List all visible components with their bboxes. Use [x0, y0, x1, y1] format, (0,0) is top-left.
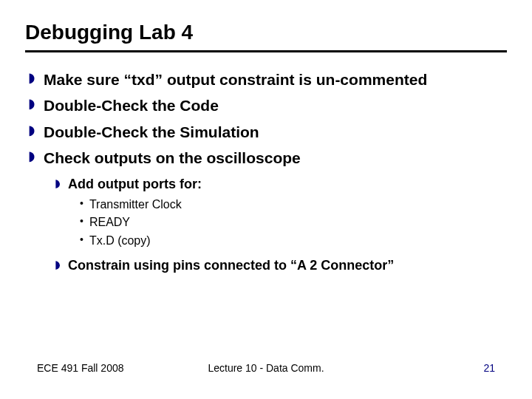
sub-text: Constrain using pins connected to “A 2 C…	[68, 256, 394, 275]
sub-text: Add output ports for:	[68, 175, 202, 194]
footer-left: ECE 491 Fall 2008	[37, 362, 124, 374]
subsub-text: Tx.D (copy)	[89, 233, 151, 249]
sub-bullet-list: ◗ Add output ports for:	[55, 175, 507, 194]
arrow-icon: ◗	[28, 69, 35, 87]
sub-bullet-list: ◗ Constrain using pins connected to “A 2…	[55, 256, 507, 275]
arrow-icon: ◗	[55, 256, 61, 272]
arrow-icon: ◗	[28, 95, 35, 113]
dot-icon: •	[80, 233, 83, 248]
subsub-text: READY	[89, 214, 130, 231]
arrow-icon: ◗	[28, 121, 35, 140]
list-item: ◗ Make sure “txd” output constraint is u…	[28, 69, 507, 90]
dot-icon: •	[80, 197, 83, 211]
bullet-text: Make sure “txd” output constraint is un-…	[44, 69, 427, 90]
list-item: ◗ Check outputs on the oscilloscope	[28, 147, 507, 168]
subsub-bullet-list: • Transmitter Clock • READY • Tx.D (copy…	[80, 197, 507, 249]
bullet-text: Double-Check the Simulation	[44, 121, 259, 143]
list-item: • Transmitter Clock	[80, 197, 507, 213]
list-item: • Tx.D (copy)	[80, 233, 507, 249]
bullet-text: Double-Check the Code	[44, 95, 219, 116]
slide-footer: ECE 491 Fall 2008 Lecture 10 - Data Comm…	[0, 362, 532, 374]
subsub-text: Transmitter Clock	[89, 197, 182, 213]
bullet-text: Check outputs on the oscilloscope	[44, 147, 301, 168]
title-underline	[25, 50, 507, 52]
page-number: 21	[483, 362, 495, 374]
list-item: • READY	[80, 214, 507, 231]
slide-title: Debugging Lab 4	[25, 21, 507, 44]
footer-center: Lecture 10 - Data Comm.	[208, 362, 324, 374]
arrow-icon: ◗	[55, 175, 61, 191]
list-item: ◗ Double-Check the Code	[28, 95, 507, 116]
list-item: ◗ Constrain using pins connected to “A 2…	[55, 256, 507, 275]
main-bullet-list: ◗ Make sure “txd” output constraint is u…	[28, 69, 507, 169]
list-item: ◗ Add output ports for:	[55, 175, 507, 194]
list-item: ◗ Double-Check the Simulation	[28, 121, 507, 143]
dot-icon: •	[80, 214, 83, 229]
arrow-icon: ◗	[28, 147, 35, 166]
slide-content: Debugging Lab 4 ◗ Make sure “txd” output…	[0, 0, 532, 275]
